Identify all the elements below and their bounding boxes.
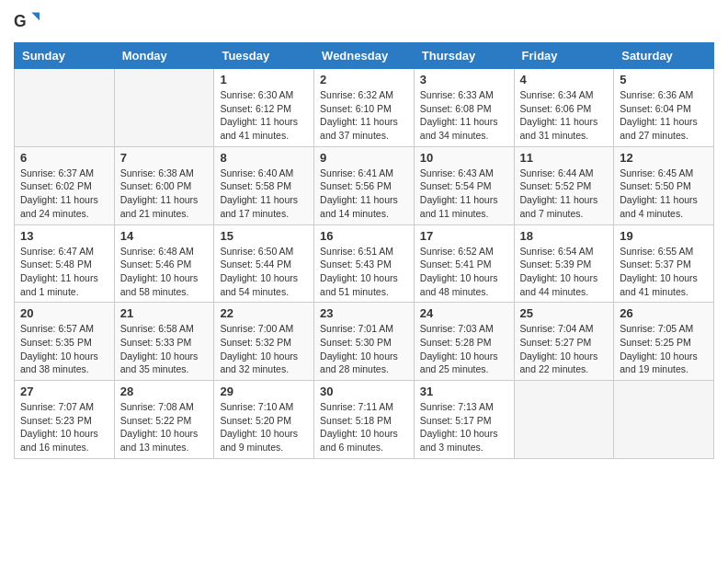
- calendar-table: SundayMondayTuesdayWednesdayThursdayFrid…: [14, 42, 714, 459]
- page-header: G: [14, 9, 714, 35]
- day-number: 12: [620, 151, 708, 165]
- day-cell: 26Sunrise: 7:05 AM Sunset: 5:25 PM Dayli…: [614, 303, 714, 381]
- day-cell: 3Sunrise: 6:33 AM Sunset: 6:08 PM Daylig…: [414, 69, 514, 147]
- day-info: Sunrise: 7:04 AM Sunset: 5:27 PM Dayligh…: [520, 322, 609, 376]
- day-number: 30: [320, 385, 408, 398]
- day-number: 21: [120, 306, 209, 320]
- day-number: 25: [520, 306, 609, 320]
- day-info: Sunrise: 6:43 AM Sunset: 5:54 PM Dayligh…: [420, 167, 508, 221]
- day-info: Sunrise: 6:47 AM Sunset: 5:48 PM Dayligh…: [20, 245, 108, 299]
- day-number: 29: [220, 385, 308, 398]
- day-number: 10: [420, 151, 508, 165]
- day-info: Sunrise: 6:45 AM Sunset: 5:50 PM Dayligh…: [620, 167, 708, 221]
- day-info: Sunrise: 7:10 AM Sunset: 5:20 PM Dayligh…: [220, 400, 308, 454]
- week-row-4: 20Sunrise: 6:57 AM Sunset: 5:35 PM Dayli…: [15, 303, 714, 381]
- logo-icon: G: [14, 9, 40, 35]
- day-info: Sunrise: 6:48 AM Sunset: 5:46 PM Dayligh…: [120, 245, 209, 299]
- day-cell: 18Sunrise: 6:54 AM Sunset: 5:39 PM Dayli…: [514, 224, 614, 303]
- day-number: 1: [220, 73, 308, 86]
- day-number: 18: [520, 229, 609, 243]
- day-number: 27: [20, 385, 108, 398]
- day-number: 8: [220, 151, 308, 165]
- day-info: Sunrise: 6:40 AM Sunset: 5:58 PM Dayligh…: [220, 167, 308, 221]
- day-number: 5: [620, 73, 708, 86]
- weekday-header-saturday: Saturday: [614, 43, 714, 69]
- day-cell: 11Sunrise: 6:44 AM Sunset: 5:52 PM Dayli…: [514, 146, 614, 224]
- day-info: Sunrise: 7:07 AM Sunset: 5:23 PM Dayligh…: [20, 400, 108, 454]
- svg-marker-1: [31, 13, 40, 21]
- day-number: 4: [520, 73, 609, 86]
- day-number: 31: [420, 385, 508, 398]
- day-info: Sunrise: 7:11 AM Sunset: 5:18 PM Dayligh…: [320, 400, 408, 454]
- day-info: Sunrise: 6:37 AM Sunset: 6:02 PM Dayligh…: [20, 167, 108, 221]
- day-info: Sunrise: 6:38 AM Sunset: 6:00 PM Dayligh…: [120, 167, 209, 221]
- day-info: Sunrise: 6:58 AM Sunset: 5:33 PM Dayligh…: [120, 322, 209, 376]
- weekday-header-wednesday: Wednesday: [314, 43, 415, 69]
- day-info: Sunrise: 6:52 AM Sunset: 5:41 PM Dayligh…: [420, 245, 508, 299]
- day-info: Sunrise: 7:03 AM Sunset: 5:28 PM Dayligh…: [420, 322, 508, 376]
- weekday-header-friday: Friday: [514, 43, 614, 69]
- day-cell: [114, 69, 214, 147]
- day-cell: 19Sunrise: 6:55 AM Sunset: 5:37 PM Dayli…: [614, 224, 714, 303]
- day-number: 17: [420, 229, 508, 243]
- day-cell: 20Sunrise: 6:57 AM Sunset: 5:35 PM Dayli…: [15, 303, 115, 381]
- day-number: 9: [320, 151, 408, 165]
- week-row-1: 1Sunrise: 6:30 AM Sunset: 6:12 PM Daylig…: [15, 69, 714, 147]
- day-number: 15: [220, 229, 308, 243]
- day-info: Sunrise: 7:00 AM Sunset: 5:32 PM Dayligh…: [220, 322, 308, 376]
- day-info: Sunrise: 6:50 AM Sunset: 5:44 PM Dayligh…: [220, 245, 308, 299]
- day-cell: 29Sunrise: 7:10 AM Sunset: 5:20 PM Dayli…: [214, 381, 314, 459]
- day-number: 19: [620, 229, 708, 243]
- day-cell: 9Sunrise: 6:41 AM Sunset: 5:56 PM Daylig…: [314, 146, 415, 224]
- day-info: Sunrise: 6:57 AM Sunset: 5:35 PM Dayligh…: [20, 322, 108, 376]
- day-info: Sunrise: 7:05 AM Sunset: 5:25 PM Dayligh…: [620, 322, 708, 376]
- day-cell: 23Sunrise: 7:01 AM Sunset: 5:30 PM Dayli…: [314, 303, 415, 381]
- day-cell: 30Sunrise: 7:11 AM Sunset: 5:18 PM Dayli…: [314, 381, 415, 459]
- day-cell: [614, 381, 714, 459]
- day-cell: 15Sunrise: 6:50 AM Sunset: 5:44 PM Dayli…: [214, 224, 314, 303]
- day-cell: 24Sunrise: 7:03 AM Sunset: 5:28 PM Dayli…: [414, 303, 514, 381]
- day-number: 22: [220, 306, 308, 320]
- day-cell: 14Sunrise: 6:48 AM Sunset: 5:46 PM Dayli…: [114, 224, 214, 303]
- day-info: Sunrise: 7:01 AM Sunset: 5:30 PM Dayligh…: [320, 322, 408, 376]
- day-info: Sunrise: 7:08 AM Sunset: 5:22 PM Dayligh…: [120, 400, 209, 454]
- day-cell: 13Sunrise: 6:47 AM Sunset: 5:48 PM Dayli…: [15, 224, 115, 303]
- day-number: 26: [620, 306, 708, 320]
- day-info: Sunrise: 6:51 AM Sunset: 5:43 PM Dayligh…: [320, 245, 408, 299]
- day-info: Sunrise: 6:34 AM Sunset: 6:06 PM Dayligh…: [520, 88, 609, 143]
- day-number: 14: [120, 229, 209, 243]
- day-number: 7: [120, 151, 209, 165]
- day-cell: 31Sunrise: 7:13 AM Sunset: 5:17 PM Dayli…: [414, 381, 514, 459]
- day-info: Sunrise: 6:30 AM Sunset: 6:12 PM Dayligh…: [220, 88, 308, 143]
- day-info: Sunrise: 6:54 AM Sunset: 5:39 PM Dayligh…: [520, 245, 609, 299]
- day-number: 13: [20, 229, 108, 243]
- day-cell: 1Sunrise: 6:30 AM Sunset: 6:12 PM Daylig…: [214, 69, 314, 147]
- day-number: 3: [420, 73, 508, 86]
- weekday-header-row: SundayMondayTuesdayWednesdayThursdayFrid…: [15, 43, 714, 69]
- day-cell: [15, 69, 115, 147]
- day-cell: 17Sunrise: 6:52 AM Sunset: 5:41 PM Dayli…: [414, 224, 514, 303]
- day-info: Sunrise: 6:55 AM Sunset: 5:37 PM Dayligh…: [620, 245, 708, 299]
- day-cell: 27Sunrise: 7:07 AM Sunset: 5:23 PM Dayli…: [15, 381, 115, 459]
- day-number: 16: [320, 229, 408, 243]
- day-info: Sunrise: 6:33 AM Sunset: 6:08 PM Dayligh…: [420, 88, 508, 143]
- day-cell: 12Sunrise: 6:45 AM Sunset: 5:50 PM Dayli…: [614, 146, 714, 224]
- day-cell: 8Sunrise: 6:40 AM Sunset: 5:58 PM Daylig…: [214, 146, 314, 224]
- day-cell: 2Sunrise: 6:32 AM Sunset: 6:10 PM Daylig…: [314, 69, 415, 147]
- day-info: Sunrise: 6:32 AM Sunset: 6:10 PM Dayligh…: [320, 88, 408, 143]
- svg-text:G: G: [14, 12, 27, 30]
- logo: G: [14, 9, 43, 35]
- day-cell: 4Sunrise: 6:34 AM Sunset: 6:06 PM Daylig…: [514, 69, 614, 147]
- day-cell: 22Sunrise: 7:00 AM Sunset: 5:32 PM Dayli…: [214, 303, 314, 381]
- week-row-3: 13Sunrise: 6:47 AM Sunset: 5:48 PM Dayli…: [15, 224, 714, 303]
- day-cell: 28Sunrise: 7:08 AM Sunset: 5:22 PM Dayli…: [114, 381, 214, 459]
- weekday-header-thursday: Thursday: [414, 43, 514, 69]
- day-number: 23: [320, 306, 408, 320]
- day-number: 20: [20, 306, 108, 320]
- day-info: Sunrise: 6:44 AM Sunset: 5:52 PM Dayligh…: [520, 167, 609, 221]
- day-info: Sunrise: 6:36 AM Sunset: 6:04 PM Dayligh…: [620, 88, 708, 143]
- day-cell: 6Sunrise: 6:37 AM Sunset: 6:02 PM Daylig…: [15, 146, 115, 224]
- weekday-header-tuesday: Tuesday: [214, 43, 314, 69]
- day-cell: 21Sunrise: 6:58 AM Sunset: 5:33 PM Dayli…: [114, 303, 214, 381]
- day-number: 24: [420, 306, 508, 320]
